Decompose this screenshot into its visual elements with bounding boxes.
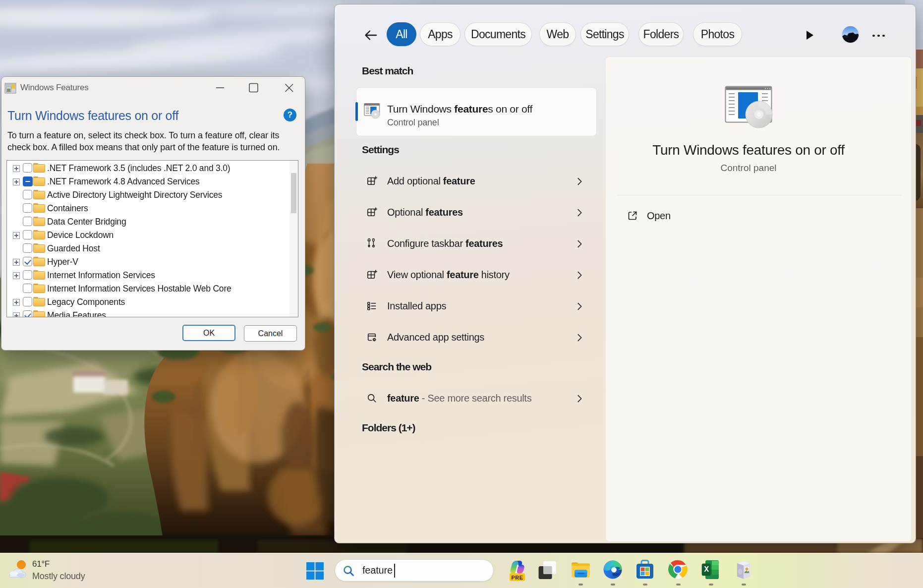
svg-text:PRE: PRE	[511, 575, 523, 581]
